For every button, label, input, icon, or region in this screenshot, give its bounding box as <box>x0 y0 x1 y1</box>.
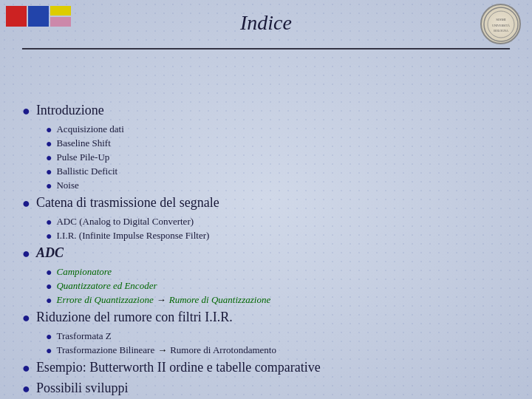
sub-list-adc: ● Campionatore ● Quantizzatore ed Encode… <box>46 266 510 307</box>
main-bullet-catena: ● <box>22 196 30 211</box>
main-item-introduzione: ● Introduzione <box>22 103 510 119</box>
sub-label: Trasformata Z <box>56 330 111 342</box>
sub-label: Pulse Pile-Up <box>56 151 109 163</box>
sub-bullet: ● <box>46 166 52 178</box>
main-item-riduzione: ● Riduzione del rumore con filtri I.I.R. <box>22 310 510 326</box>
sub-label: Trasformazione Bilineare <box>56 344 154 356</box>
list-item: ● Trasformazione Bilineare → Rumore di A… <box>46 344 510 357</box>
list-item: ● Acquisizione dati <box>46 123 510 136</box>
main-label-catena: Catena di trasmissione del segnale <box>36 195 219 211</box>
main-item-esempio: ● Esempio: Butterworth II ordine e tabel… <box>22 360 510 376</box>
sub-bullet: ● <box>46 267 52 279</box>
list-item: ● ADC (Analog to Digital Converter) <box>46 216 510 228</box>
sub-label: Acquisizione dati <box>56 123 123 135</box>
sub-list-riduzione: ● Trasformata Z ● Trasformazione Bilinea… <box>46 330 510 357</box>
main-bullet-adc: ● <box>22 246 30 262</box>
sub-bullet: ● <box>46 216 52 228</box>
section-catena: ● Catena di trasmissione del segnale ● A… <box>22 195 510 242</box>
main-label-riduzione: Riduzione del rumore con filtri I.I.R. <box>36 310 233 325</box>
sub-bullet: ● <box>46 152 52 164</box>
main-bullet-possibili: ● <box>22 381 30 397</box>
sub-label-arrow-target: Rumore di Arrotondamento <box>170 344 276 356</box>
arrow-icon: → <box>157 344 167 356</box>
list-item: ● Pulse Pile-Up <box>46 151 510 164</box>
sub-bullet: ● <box>46 138 52 150</box>
list-item: ● Baseline Shift <box>46 137 510 150</box>
main-label-introduzione: Introduzione <box>36 103 104 118</box>
sub-bullet: ● <box>46 231 52 242</box>
sub-bullet: ● <box>46 124 52 136</box>
sub-list-catena: ● ADC (Analog to Digital Converter) ● I.… <box>46 216 510 242</box>
sub-label: Campionatore <box>56 266 112 278</box>
main-label-esempio: Esempio: Butterworth II ordine e tabelle… <box>36 360 321 375</box>
sub-label: Errore di Quantizzazione <box>56 294 153 306</box>
sub-label: ADC (Analog to Digital Converter) <box>56 216 194 228</box>
content-area: ● Introduzione ● Acquisizione dati ● Bas… <box>22 103 510 397</box>
sub-label: Ballistic Deficit <box>56 166 117 177</box>
list-item: ● Errore di Quantizzazione → Rumore di Q… <box>46 294 510 307</box>
sub-label-arrow-target: Rumore di Quantizzazione <box>169 294 270 306</box>
sub-label: I.I.R. (Infinite Impulse Response Filter… <box>56 230 209 242</box>
section-esempio: ● Esempio: Butterworth II ordine e tabel… <box>22 360 510 376</box>
sub-label: Noise <box>56 180 78 191</box>
sub-bullet: ● <box>46 331 52 343</box>
section-adc: ● ADC ● Campionatore ● Quantizzatore ed … <box>22 245 510 307</box>
slide-title: Indice <box>0 11 532 35</box>
main-bullet-riduzione: ● <box>22 310 30 326</box>
main-label-possibili: Possibili sviluppi <box>36 381 129 396</box>
slide: SISMI UNIVERSITÀ BOLOGNA Indice ● Introd… <box>0 0 532 399</box>
section-introduzione: ● Introduzione ● Acquisizione dati ● Bas… <box>22 103 510 192</box>
list-item: ● Campionatore <box>46 266 510 279</box>
main-label-adc: ADC <box>36 245 64 261</box>
section-riduzione: ● Riduzione del rumore con filtri I.I.R.… <box>22 310 510 357</box>
sub-bullet: ● <box>46 281 52 293</box>
top-rule <box>22 48 510 50</box>
arrow-icon: → <box>157 294 166 306</box>
sub-list-introduzione: ● Acquisizione dati ● Baseline Shift ● P… <box>46 123 510 192</box>
main-item-possibili: ● Possibili sviluppi <box>22 381 510 397</box>
main-bullet-esempio: ● <box>22 361 30 376</box>
list-item: ● Quantizzatore ed Encoder <box>46 280 510 293</box>
section-possibili: ● Possibili sviluppi <box>22 381 510 397</box>
sub-label: Quantizzatore ed Encoder <box>56 280 157 292</box>
sub-bullet: ● <box>46 180 52 192</box>
list-item: ● Noise <box>46 180 510 192</box>
main-item-catena: ● Catena di trasmissione del segnale <box>22 195 510 211</box>
sub-bullet: ● <box>46 295 52 307</box>
list-item: ● I.I.R. (Infinite Impulse Response Filt… <box>46 230 510 242</box>
main-bullet-introduzione: ● <box>22 103 30 119</box>
main-item-adc: ● ADC <box>22 245 510 262</box>
list-item: ● Ballistic Deficit <box>46 166 510 178</box>
list-item: ● Trasformata Z <box>46 330 510 343</box>
sub-bullet: ● <box>46 345 52 357</box>
sub-label: Baseline Shift <box>56 137 110 149</box>
